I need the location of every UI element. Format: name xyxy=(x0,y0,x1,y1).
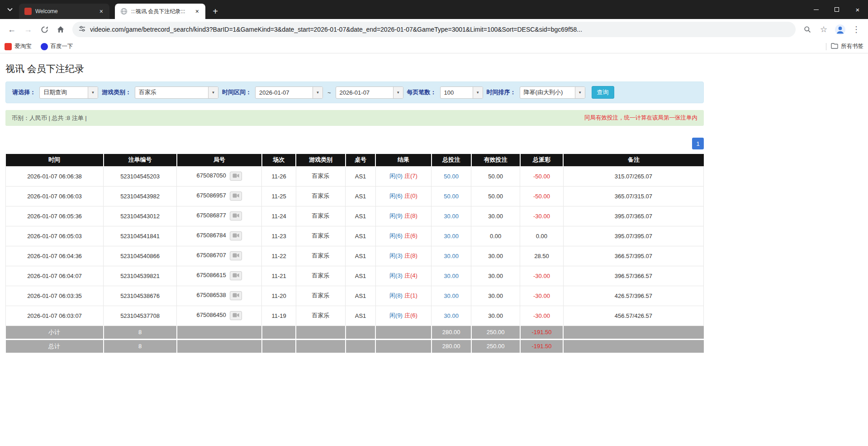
header-payout: 总派彩 xyxy=(520,154,564,166)
total-row: 总计 8 280.00 250.00 -191.50 xyxy=(6,339,704,353)
table-row: 2026-01-07 06:06:38 523104545203 6750870… xyxy=(6,166,704,186)
cell-table: AS1 xyxy=(346,226,375,246)
new-tab-button[interactable]: + xyxy=(209,5,222,18)
close-button[interactable]: × xyxy=(847,0,868,19)
reload-button[interactable] xyxy=(37,22,52,37)
cell-valid-bet: 50.00 xyxy=(471,166,520,186)
query-type-value[interactable]: 日期查询 xyxy=(40,87,88,98)
result-player: 闲(0) xyxy=(389,173,403,179)
date-end-combobox[interactable]: 2026-01-07 ▼ xyxy=(336,86,403,99)
url-bar[interactable]: videoie.com/game/betrecord_search/kind3?… xyxy=(72,22,796,37)
video-replay-button[interactable] xyxy=(230,291,242,300)
cell-total-bet[interactable]: 30.00 xyxy=(432,226,471,246)
date-start-combobox[interactable]: 2026-01-07 ▼ xyxy=(255,86,323,99)
date-start-value[interactable]: 2026-01-07 xyxy=(256,87,313,98)
cell-table: AS1 xyxy=(346,306,375,326)
chevron-down-icon[interactable]: ▼ xyxy=(313,87,323,98)
cell-bet-id: 523104539821 xyxy=(104,266,177,286)
subtotal-valid-bet: 250.00 xyxy=(471,326,520,339)
tab-close-icon[interactable]: × xyxy=(98,7,105,15)
chevron-down-icon[interactable]: ▼ xyxy=(473,87,483,98)
cell-payout: 28.50 xyxy=(520,246,564,266)
bookmark-baidu[interactable]: 百度一下 xyxy=(41,43,73,50)
bookmark-aitaobao[interactable]: 爱淘宝 xyxy=(5,43,32,50)
chevron-down-icon[interactable]: ▼ xyxy=(393,87,403,98)
browser-tab-betrecord[interactable]: :::视讯 会员下注纪录::: × xyxy=(115,4,205,19)
cell-table: AS1 xyxy=(346,166,375,186)
summary-note: 同局有效投注，统一计算在该局第一张注单内 xyxy=(584,114,697,122)
forward-button[interactable]: → xyxy=(21,22,35,37)
back-button[interactable]: ← xyxy=(5,22,19,37)
sort-value[interactable]: 降幂(由大到小) xyxy=(520,87,575,98)
page-title: 视讯 会员下注纪录 xyxy=(5,62,704,75)
cell-time: 2026-01-07 06:05:36 xyxy=(6,206,104,226)
site-settings-icon[interactable] xyxy=(79,25,85,34)
subtotal-total-bet: 280.00 xyxy=(432,326,471,339)
cell-time: 2026-01-07 06:06:38 xyxy=(6,166,104,186)
sort-combobox[interactable]: 降幂(由大到小) ▼ xyxy=(520,86,585,99)
game-kind-combobox[interactable]: 百家乐 ▼ xyxy=(135,86,218,99)
tab-search-chevron-icon[interactable] xyxy=(4,3,16,16)
profile-avatar[interactable] xyxy=(833,22,847,37)
cell-total-bet[interactable]: 50.00 xyxy=(432,166,471,186)
round-number: 675086615 xyxy=(197,272,226,278)
cell-note: 396.57/366.57 xyxy=(563,266,703,286)
browser-navbar: ← → videoie.com/game/betrecord_search/ki… xyxy=(0,19,868,40)
video-replay-button[interactable] xyxy=(230,192,242,201)
search-button[interactable]: 查询 xyxy=(592,86,614,99)
video-replay-button[interactable] xyxy=(230,211,242,221)
maximize-button[interactable] xyxy=(826,0,847,19)
cell-total-bet[interactable]: 30.00 xyxy=(432,246,471,266)
cell-valid-bet: 0.00 xyxy=(471,226,520,246)
all-bookmarks-button[interactable]: 所有书签 xyxy=(831,43,863,50)
table-row: 2026-01-07 06:05:03 523104541841 6750867… xyxy=(6,226,704,246)
subtotal-label: 小计 xyxy=(6,326,104,339)
globe-favicon-icon xyxy=(120,8,128,15)
bookmark-star-icon[interactable]: ☆ xyxy=(816,22,831,37)
cell-total-bet[interactable]: 30.00 xyxy=(432,266,471,286)
zoom-icon[interactable] xyxy=(800,22,815,37)
video-replay-button[interactable] xyxy=(230,231,242,240)
cell-total-bet[interactable]: 30.00 xyxy=(432,306,471,326)
total-label: 总计 xyxy=(6,339,104,353)
table-row: 2026-01-07 06:04:36 523104540866 6750867… xyxy=(6,246,704,266)
cell-game: 百家乐 xyxy=(296,286,346,306)
video-replay-button[interactable] xyxy=(230,172,242,181)
tab-title: :::视讯 会员下注纪录::: xyxy=(131,8,190,15)
game-kind-value[interactable]: 百家乐 xyxy=(135,87,208,98)
cell-total-bet[interactable]: 50.00 xyxy=(432,186,471,206)
result-banker: 庄(1) xyxy=(404,292,417,299)
per-page-combobox[interactable]: 100 ▼ xyxy=(440,86,483,99)
chevron-down-icon[interactable]: ▼ xyxy=(208,87,218,98)
video-replay-button[interactable] xyxy=(230,311,242,320)
cell-valid-bet: 30.00 xyxy=(471,246,520,266)
video-replay-button[interactable] xyxy=(230,271,242,280)
result-banker: 庄(6) xyxy=(404,312,417,319)
window-controls: × xyxy=(806,0,868,19)
tab-title: Welcome xyxy=(35,8,94,14)
chevron-down-icon[interactable]: ▼ xyxy=(88,87,98,98)
cell-payout: -30.00 xyxy=(520,206,564,226)
cell-total-bet[interactable]: 30.00 xyxy=(432,286,471,306)
video-replay-button[interactable] xyxy=(230,251,242,260)
cell-total-bet[interactable]: 30.00 xyxy=(432,206,471,226)
menu-icon[interactable]: ⋮ xyxy=(849,22,863,37)
cell-time: 2026-01-07 06:04:07 xyxy=(6,266,104,286)
page-1-button[interactable]: 1 xyxy=(692,138,704,149)
cell-round: 675086957 xyxy=(177,186,262,206)
url-text[interactable]: videoie.com/game/betrecord_search/kind3?… xyxy=(90,26,582,33)
browser-tab-welcome[interactable]: Welcome × xyxy=(19,4,109,19)
chevron-down-icon[interactable]: ▼ xyxy=(575,87,585,98)
query-type-combobox[interactable]: 日期查询 ▼ xyxy=(39,86,98,99)
home-button[interactable] xyxy=(53,22,68,37)
cell-payout: -30.00 xyxy=(520,266,564,286)
cell-valid-bet: 30.00 xyxy=(471,306,520,326)
minimize-button[interactable] xyxy=(806,0,826,19)
cell-payout: -30.00 xyxy=(520,286,564,306)
tab-close-icon[interactable]: × xyxy=(194,7,201,15)
cell-result: 闲(8)庄(1) xyxy=(375,286,431,306)
cell-session: 11-20 xyxy=(262,286,296,306)
date-end-value[interactable]: 2026-01-07 xyxy=(336,87,393,98)
per-page-value[interactable]: 100 xyxy=(441,87,473,98)
cell-note: 426.57/396.57 xyxy=(563,286,703,306)
